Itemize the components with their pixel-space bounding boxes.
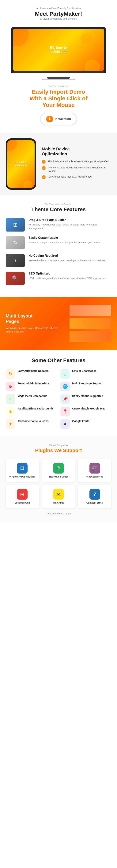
plugin-contact7: 7 Contact Form 7: [78, 485, 111, 508]
other-feature-icon-3: ⚙: [6, 382, 15, 391]
other-feature-2: {} Lots of Shortcodes: [61, 369, 111, 379]
mobile-feature-3: ✓ Fully Responsive layout & Retina Ready…: [42, 175, 113, 179]
plugin-label-mailchimp: MailChimp: [53, 501, 65, 504]
install-section: One Click Installation Easily Import Dem…: [0, 80, 117, 133]
other-feature-text-8: Customizable Google Map: [72, 407, 106, 410]
feature-thumb-3: ⟩: [6, 254, 25, 267]
mobile-phone-container: It's time to celebrate!: [4, 138, 38, 190]
mobile-section: It's time to celebrate! Mobile Device Op…: [0, 133, 117, 195]
multi-desc: We create Several Unique Demos with Diff…: [6, 326, 66, 334]
mobile-heading: Mobile Device Optimization: [42, 147, 113, 157]
plugin-label-contact7: Contact Form 7: [86, 501, 103, 504]
other-feature-1: ↻ Easy Automatic Updates: [6, 369, 56, 379]
core-features-label: For Easy Website Creation: [6, 203, 111, 206]
other-feature-icon-10: A: [61, 420, 70, 429]
other-feature-7: ◈ Parallax Effect Backgrounds: [6, 407, 56, 416]
plugin-label-woocommerce: WooCommerce: [86, 475, 103, 478]
plugin-icon-revslider: ⟳: [53, 463, 64, 473]
plugin-label-essential: Essential Grid: [15, 501, 30, 504]
check-icon-3: ✓: [42, 175, 46, 179]
feature-row-3: ⟩ No Coding Required No need to be a pro…: [6, 254, 111, 267]
mobile-feature-1: ✓ Absolutely all scrollable subsections …: [42, 160, 113, 164]
other-feature-text-6: Sticky Menus Supported: [72, 394, 103, 398]
feature-desc-4: HTML code integrated into the theme meet…: [29, 276, 106, 280]
multi-text: Multi Layout Pages We create Several Uni…: [6, 313, 66, 334]
laptop-base: [13, 71, 104, 73]
mobile-feature-2-text: The theme uses Mobile Friendly Sliders R…: [47, 166, 113, 173]
plugin-icon-mailchimp: ✉: [53, 489, 64, 500]
other-feature-8: 📍 Customizable Google Map: [61, 407, 111, 416]
multi-heading: Multi Layout Pages: [6, 313, 66, 324]
other-feature-text-7: Parallax Effect Backgrounds: [17, 407, 53, 410]
laptop-mockup-container: It's time to celebrate!: [0, 25, 117, 77]
hero-subtitle2: of Vast Functionality and Comfort!: [4, 17, 113, 20]
mini-screen-1: [70, 305, 111, 316]
feature-info-4: SEO Optimized HTML code integrated into …: [29, 272, 106, 280]
hero-title: Meet PartyMaker!: [4, 10, 113, 17]
multi-layout-section: Multi Layout Pages We create Several Uni…: [0, 297, 117, 350]
other-feature-icon-7: ◈: [6, 407, 15, 416]
feature-desc-3: No need to be a professional web develop…: [29, 258, 106, 262]
other-feature-icon-9: ★: [6, 420, 15, 429]
other-feature-text-5: Mega Menu Compatible: [17, 394, 47, 398]
install-button-icon: ⬇: [46, 116, 53, 122]
plugin-mailchimp: ✉ MailChimp: [42, 485, 75, 508]
feature-thumb-2: ✎: [6, 236, 25, 249]
install-button-label: Installation: [55, 117, 71, 121]
feature-title-4: SEO Optimized: [29, 272, 106, 275]
plugin-revslider: ⟳ Revolution Slider: [42, 459, 75, 482]
other-feature-text-1: Easy Automatic Updates: [17, 369, 49, 373]
other-features-heading: Some Other Features: [6, 358, 111, 364]
feature-info-2: Easily Customizable Awesome easy-to-use …: [29, 236, 100, 245]
other-feature-text-3: Powerful Admin Interface: [17, 382, 49, 385]
mini-screen-2: [70, 318, 111, 329]
other-feature-6: 📌 Sticky Menus Supported: [61, 394, 111, 404]
feature-title-2: Easily Customizable: [29, 236, 100, 240]
plugin-woocommerce: 🛒 WooCommerce: [78, 459, 111, 482]
other-feature-10: A Google Fonts: [61, 420, 111, 429]
feature-thumb-1: ⊞: [6, 218, 25, 231]
install-heading: Easily Import Demo With a Single Click o…: [8, 89, 109, 108]
hero-subtitle: An Awesome User-Friendly Combination: [4, 7, 113, 10]
other-feature-text-2: Lots of Shortcodes: [72, 369, 96, 373]
hero-section: An Awesome User-Friendly Combination Mee…: [0, 0, 117, 25]
other-feature-icon-5: ≡: [6, 394, 15, 404]
feature-title-1: Drag & Drop Page Builder: [29, 218, 111, 222]
screen-text: It's time to celebrate!: [50, 45, 67, 54]
other-feature-icon-8: 📍: [61, 407, 70, 416]
mobile-feature-2: ✓ The theme uses Mobile Friendly Sliders…: [42, 166, 113, 173]
feature-title-3: No Coding Required: [29, 254, 106, 257]
plugins-footer: ...and many more others.: [6, 512, 111, 515]
plugin-wpbakery: ⊞ WPBakery Page Builder: [6, 459, 39, 482]
feature-thumb-4: 🔍: [6, 272, 25, 285]
plugin-icon-wpbakery: ⊞: [17, 463, 28, 473]
mobile-features: Mobile Device Optimization ✓ Absolutely …: [42, 147, 113, 181]
other-feature-icon-4: 🌐: [61, 382, 70, 391]
check-icon-1: ✓: [42, 160, 46, 164]
laptop-mockup: It's time to celebrate!: [11, 27, 106, 73]
phone-screen-text: It's time to celebrate!: [15, 161, 27, 167]
mobile-feature-1-text: Absolutely all scrollable subsections su…: [47, 160, 110, 163]
other-feature-text-9: Awesome Fontello Icons: [17, 420, 49, 423]
other-feature-3: ⚙ Powerful Admin Interface: [6, 382, 56, 391]
install-label: One Click Installation: [8, 85, 109, 88]
other-feature-text-4: Multi Language Support: [72, 382, 103, 385]
feature-row-1: ⊞ Drag & Drop Page Builder WPBakery Page…: [6, 218, 111, 231]
plugin-icon-essential: ⊞: [17, 489, 28, 500]
plugin-icon-contact7: 7: [89, 489, 100, 500]
laptop-screen: It's time to celebrate!: [13, 29, 104, 71]
feature-info-1: Drag & Drop Page Builder WPBakery Page B…: [29, 218, 111, 230]
install-button[interactable]: ⬇ Installation: [40, 113, 77, 125]
mini-screen-3: [70, 331, 111, 342]
other-features-section: Some Other Features ↻ Easy Automatic Upd…: [0, 350, 117, 436]
multi-screens: [70, 305, 111, 342]
feature-row-2: ✎ Easily Customizable Awesome easy-to-us…: [6, 236, 111, 249]
plugin-essential: ⊞ Essential Grid: [6, 485, 39, 508]
other-feature-text-10: Google Fonts: [72, 420, 89, 423]
plugin-label-wpbakery: WPBakery Page Builder: [9, 475, 35, 478]
mobile-feature-3-text: Fully Responsive layout & Retina Ready.: [47, 175, 92, 179]
plugin-icon-woocommerce: 🛒: [89, 463, 100, 473]
check-icon-2: ✓: [42, 166, 46, 170]
other-feature-5: ≡ Mega Menu Compatible: [6, 394, 56, 404]
feature-row-4: 🔍 SEO Optimized HTML code integrated int…: [6, 272, 111, 285]
